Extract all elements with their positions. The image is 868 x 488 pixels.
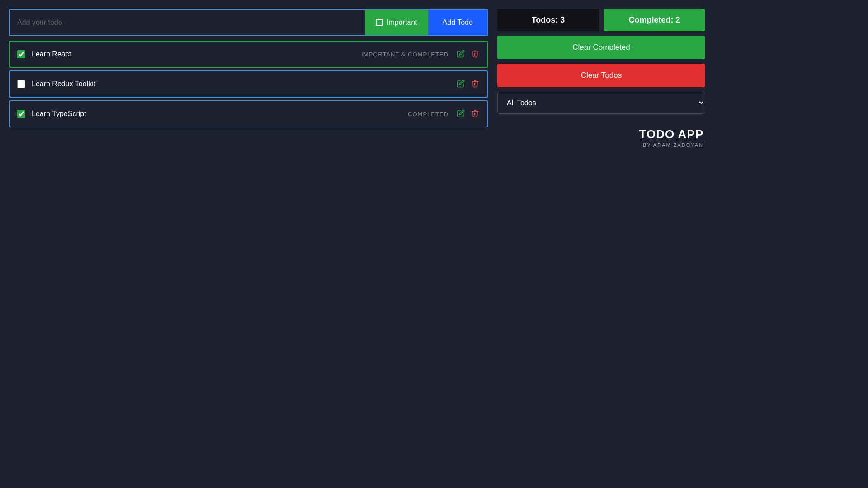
clear-completed-button[interactable]: Clear Completed xyxy=(497,36,705,59)
edit-todo-button-2[interactable] xyxy=(456,79,466,90)
add-todo-label: Add Todo xyxy=(443,19,473,26)
sidebar-panel: Todos: 3 Completed: 2 Clear Completed Cl… xyxy=(497,9,705,479)
todo-status-1: IMPORTANT & COMPLETED xyxy=(361,51,448,58)
main-panel: Important Add Todo Learn ReactIMPORTANT … xyxy=(9,9,488,479)
todo-label-1: Learn React xyxy=(32,50,361,58)
todo-checkbox-1[interactable] xyxy=(17,50,25,58)
todo-item: Learn Redux Toolkit xyxy=(9,70,488,98)
important-toggle-button[interactable]: Important xyxy=(365,10,428,35)
todo-text-input[interactable] xyxy=(10,10,365,35)
todo-actions-2 xyxy=(456,79,480,90)
todos-count-label: Todos: 3 xyxy=(532,15,565,24)
todo-label-3: Learn TypeScript xyxy=(32,110,408,118)
delete-todo-button-2[interactable] xyxy=(470,79,480,90)
edit-todo-button-1[interactable] xyxy=(456,49,466,60)
todo-checkbox-2[interactable] xyxy=(17,80,25,88)
clear-todos-button[interactable]: Clear Todos xyxy=(497,64,705,87)
todos-count-box: Todos: 3 xyxy=(497,9,599,31)
delete-todo-button-3[interactable] xyxy=(470,108,480,120)
completed-count-label: Completed: 2 xyxy=(628,15,680,24)
todo-item: Learn TypeScriptCOMPLETED xyxy=(9,100,488,127)
todo-item: Learn ReactIMPORTANT & COMPLETED xyxy=(9,41,488,68)
clear-todos-label: Clear Todos xyxy=(581,71,622,80)
clear-completed-label: Clear Completed xyxy=(572,43,630,52)
todo-actions-3 xyxy=(456,108,480,120)
important-checkbox-icon xyxy=(376,19,383,26)
todo-checkbox-3[interactable] xyxy=(17,110,25,118)
app-branding: TODO APP BY ARAM ZADOYAN xyxy=(497,127,705,148)
app-subtitle: BY ARAM ZADOYAN xyxy=(497,142,703,148)
todo-label-2: Learn Redux Toolkit xyxy=(32,80,456,88)
filter-select[interactable]: All TodosActiveCompleted xyxy=(497,92,705,114)
delete-todo-button-1[interactable] xyxy=(470,49,480,60)
completed-count-box: Completed: 2 xyxy=(604,9,705,31)
important-label: Important xyxy=(387,19,417,27)
todo-actions-1 xyxy=(456,49,480,60)
todo-input-row: Important Add Todo xyxy=(9,9,488,36)
add-todo-button[interactable]: Add Todo xyxy=(428,10,487,35)
app-title: TODO APP xyxy=(497,127,703,141)
stats-row: Todos: 3 Completed: 2 xyxy=(497,9,705,31)
todo-list: Learn ReactIMPORTANT & COMPLETEDLearn Re… xyxy=(9,41,488,127)
edit-todo-button-3[interactable] xyxy=(456,108,466,120)
todo-status-3: COMPLETED xyxy=(408,111,448,117)
